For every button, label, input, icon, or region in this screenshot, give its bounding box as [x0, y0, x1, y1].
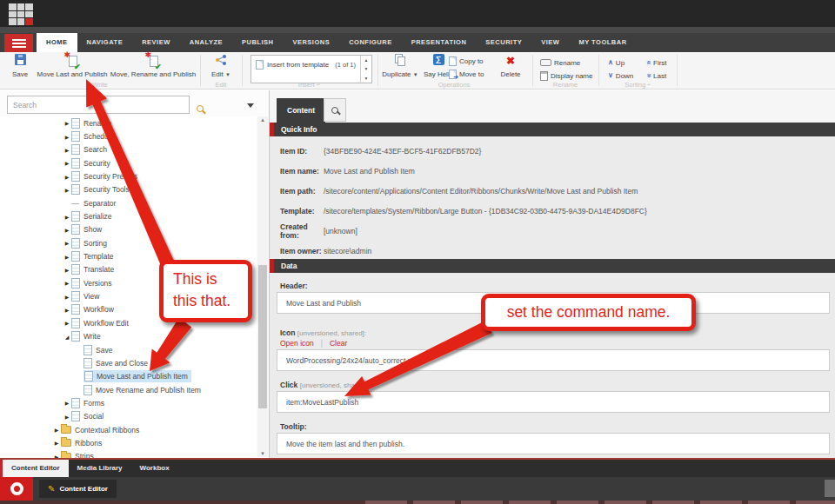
tree-item-contextual-ribbons[interactable]: ▶Contextual Ribbons — [0, 423, 257, 436]
tree-item-versions[interactable]: ▶Versions — [0, 276, 257, 289]
expand-icon[interactable]: ▶ — [63, 160, 71, 166]
hamburger-menu-button[interactable] — [4, 34, 33, 52]
expand-icon[interactable]: ▶ — [63, 307, 71, 313]
expand-icon[interactable]: ▶ — [63, 227, 71, 233]
taskbar-content-editor-button[interactable]: ✎ Content Editor — [39, 480, 117, 498]
expand-icon[interactable]: ▶ — [63, 214, 71, 220]
tree-item-rename[interactable]: ▶Rename — [0, 116, 257, 129]
app-tab-content-editor[interactable]: Content Editor — [3, 460, 69, 477]
insert-from-template-box[interactable]: Insert from template (1 of 1) ▲▼▼ — [250, 55, 372, 83]
tree-item-security-tools[interactable]: ▶Security Tools — [0, 183, 257, 196]
sort-down-button[interactable]: ∨ Down — [608, 70, 633, 81]
ribbon-tab-configure[interactable]: CONFIGURE — [339, 33, 402, 52]
move-to-button[interactable]: ➜ Move to — [449, 69, 484, 79]
expand-icon[interactable]: ▶ — [63, 414, 71, 420]
expand-icon[interactable]: ◢ — [63, 334, 71, 340]
tree-item-template[interactable]: ▶Template — [0, 249, 257, 262]
duplicate-button[interactable]: Duplicate ▼ — [380, 54, 420, 78]
expand-icon[interactable]: ▶ — [63, 134, 71, 140]
document-icon — [71, 224, 80, 235]
document-icon — [71, 411, 80, 421]
tree-item-move-last-and-publish-item[interactable]: Move Last and Publish Item — [0, 370, 257, 383]
scrollbar-thumb[interactable] — [258, 265, 267, 408]
search-icon[interactable] — [197, 100, 204, 116]
tree-item-translate[interactable]: ▶Translate — [0, 263, 257, 276]
expand-icon[interactable]: ▶ — [63, 320, 71, 326]
icon-input[interactable] — [277, 349, 830, 371]
quick-info-header[interactable]: Quick Info — [270, 123, 835, 136]
tree-item-ribbons[interactable]: ▶Ribbons — [0, 436, 257, 449]
expand-icon[interactable]: ▶ — [63, 174, 71, 180]
display-name-button[interactable]: Display name — [540, 70, 592, 81]
tab-search[interactable] — [324, 98, 346, 122]
app-tab-workbox[interactable]: Workbox — [131, 460, 178, 477]
insert-spinner[interactable]: ▲▼▼ — [360, 56, 371, 83]
move-last-and-publish-button[interactable]: ✱✔ Move Last and Publish — [37, 54, 108, 78]
taskbar-right-button[interactable] — [825, 480, 835, 497]
tree-item-sorting[interactable]: ▶Sorting — [0, 236, 257, 249]
open-icon-link[interactable]: Open icon — [280, 339, 314, 348]
editor-panel: Content Quick Info Item ID:{34BFBE90-424… — [270, 90, 835, 459]
search-input[interactable] — [7, 96, 190, 114]
data-section-header[interactable]: Data — [270, 259, 835, 273]
sort-up-button[interactable]: ∧ Up — [608, 57, 625, 68]
sort-first-button[interactable]: « First — [646, 57, 667, 68]
expand-icon[interactable]: ▶ — [63, 187, 71, 193]
tab-content[interactable]: Content — [277, 98, 325, 123]
save-button[interactable]: Save — [5, 54, 35, 78]
header-input[interactable] — [277, 292, 830, 314]
ribbon-tab-review[interactable]: REVIEW — [132, 33, 180, 52]
tree-item-write[interactable]: ◢Write — [0, 330, 257, 343]
tree-item-security-presets[interactable]: ▶Security Presets — [0, 169, 257, 182]
rename-button[interactable]: Rename — [540, 57, 580, 68]
ribbon-tab-versions[interactable]: VERSIONS — [283, 33, 339, 52]
clear-icon-link[interactable]: Clear — [330, 339, 347, 348]
expand-icon[interactable]: ▶ — [63, 280, 71, 286]
tree-item-save[interactable]: Save — [0, 343, 257, 356]
tree-item-workflow[interactable]: ▶Workflow — [0, 303, 257, 316]
tree-item-schedule[interactable]: ▶Schedule — [0, 129, 257, 143]
expand-icon[interactable]: ▶ — [63, 120, 71, 126]
delete-button[interactable]: ✖ Delete — [494, 54, 527, 78]
ribbon-tab-analyze[interactable]: ANALYZE — [180, 33, 232, 52]
tree-item-show[interactable]: ▶Show — [0, 223, 257, 236]
tree-item-workflow-edit[interactable]: ▶Workflow Edit — [0, 316, 257, 329]
tree-item-view[interactable]: ▶View — [0, 289, 257, 302]
tree-item-security[interactable]: ▶Security — [0, 156, 257, 169]
tree-scrollbar[interactable]: ▲ ▼ — [257, 116, 268, 457]
click-input[interactable] — [277, 391, 830, 413]
tree-item-forms[interactable]: ▶Forms — [0, 396, 257, 409]
sitecore-start-button[interactable] — [0, 477, 33, 501]
tree-item-separator[interactable]: —Separator — [0, 196, 257, 209]
expand-icon[interactable]: ▶ — [63, 400, 71, 406]
ribbon-tab-navigate[interactable]: NAVIGATE — [77, 33, 133, 52]
app-tab-media-library[interactable]: Media Library — [69, 460, 131, 477]
tooltip-input[interactable] — [277, 433, 830, 454]
separator-icon: — — [71, 199, 80, 208]
scroll-down-arrow[interactable]: ▼ — [257, 451, 268, 456]
ribbon-tab-security[interactable]: SECURITY — [476, 33, 531, 52]
scroll-up-arrow[interactable]: ▲ — [257, 117, 268, 123]
ribbon-tab-home[interactable]: HOME — [37, 33, 77, 52]
ribbon-tab-publish[interactable]: PUBLISH — [232, 33, 283, 52]
tree-item-social[interactable]: ▶Social — [0, 410, 257, 423]
ribbon-tab-my-toolbar[interactable]: MY TOOLBAR — [569, 33, 636, 52]
sort-last-button[interactable]: « Last — [646, 70, 666, 81]
copy-to-button[interactable]: Copy to — [449, 56, 484, 66]
tree-item-save-and-close[interactable]: Save and Close — [0, 356, 257, 369]
ribbon-tab-presentation[interactable]: PRESENTATION — [402, 33, 477, 52]
move-rename-and-publish-button[interactable]: ✱✔ Move, Rename and Publish — [110, 54, 197, 78]
expand-icon[interactable]: ▶ — [63, 240, 71, 246]
tree-item-move-rename-and-publish-item[interactable]: Move Rename and Publish Item — [0, 383, 257, 396]
expand-icon[interactable]: ▶ — [63, 267, 71, 273]
expand-icon[interactable]: ▶ — [63, 294, 71, 300]
expand-icon[interactable]: ▶ — [52, 427, 61, 433]
tree-item-search[interactable]: ▶Search — [0, 143, 257, 156]
expand-icon[interactable]: ▶ — [63, 254, 71, 260]
search-options-caret[interactable] — [247, 103, 254, 108]
edit-button[interactable]: Edit ▼ — [203, 54, 239, 78]
expand-icon[interactable]: ▶ — [52, 440, 61, 446]
expand-icon[interactable]: ▶ — [63, 147, 71, 153]
ribbon-tab-view[interactable]: VIEW — [531, 33, 569, 52]
tree-item-serialize[interactable]: ▶Serialize — [0, 209, 257, 222]
